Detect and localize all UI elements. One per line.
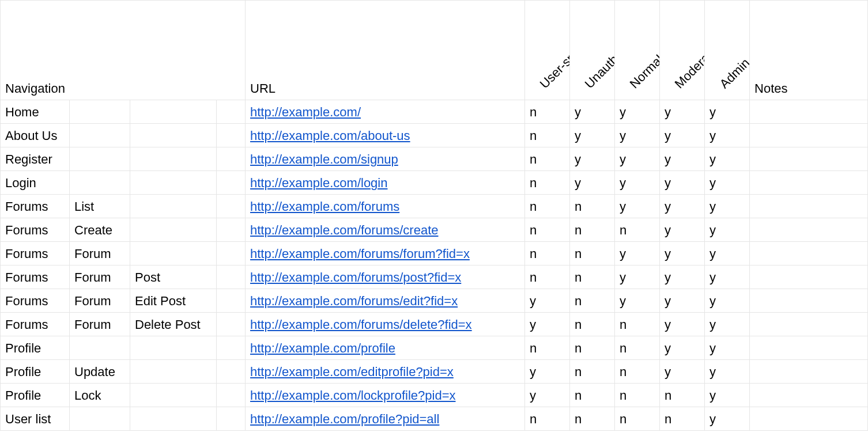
nav-cell: [130, 242, 217, 265]
flag-cell: n: [525, 100, 570, 124]
flag-cell: n: [660, 407, 705, 431]
nav-cell: Forums: [1, 265, 70, 289]
flag-cell: n: [525, 407, 570, 431]
flag-cell: y: [660, 313, 705, 336]
flag-cell: n: [570, 407, 615, 431]
nav-cell: [130, 171, 217, 195]
flag-cell: y: [570, 171, 615, 195]
nav-cell: Update: [70, 360, 130, 384]
nav-cell: List: [70, 195, 130, 218]
notes-cell: [750, 384, 868, 407]
flag-cell: n: [570, 384, 615, 407]
url-cell: http://example.com/profile?pid=all: [246, 407, 525, 431]
flag-cell: y: [660, 242, 705, 265]
table-row: Homehttp://example.com/nyyyy: [1, 100, 868, 124]
flag-cell: y: [660, 336, 705, 360]
nav-cell: [217, 336, 246, 360]
table-body: Homehttp://example.com/nyyyyAbout Ushttp…: [1, 100, 868, 431]
url-link[interactable]: http://example.com/forums/edit?fid=x: [250, 294, 458, 308]
url-cell: http://example.com/lockprofile?pid=x: [246, 384, 525, 407]
flag-cell: y: [705, 147, 750, 171]
nav-cell: [217, 100, 246, 124]
flag-cell: n: [525, 242, 570, 265]
url-cell: http://example.com/: [246, 100, 525, 124]
flag-cell: y: [705, 407, 750, 431]
nav-cell: [130, 336, 217, 360]
table-row: About Ushttp://example.com/about-usnyyyy: [1, 124, 868, 147]
table-row: User listhttp://example.com/profile?pid=…: [1, 407, 868, 431]
flag-cell: n: [525, 195, 570, 218]
notes-cell: [750, 313, 868, 336]
nav-cell: [217, 242, 246, 265]
url-link[interactable]: http://example.com/forums: [250, 199, 399, 214]
flag-cell: y: [615, 289, 660, 313]
nav-cell: [217, 124, 246, 147]
url-link[interactable]: http://example.com/login: [250, 176, 387, 190]
nav-cell: [130, 124, 217, 147]
flag-cell: n: [615, 313, 660, 336]
notes-cell: [750, 242, 868, 265]
nav-cell: [130, 384, 217, 407]
flag-cell: n: [525, 218, 570, 242]
url-link[interactable]: http://example.com/forums/delete?fid=x: [250, 317, 472, 332]
flag-cell: n: [570, 218, 615, 242]
table-row: ForumsForumDelete Posthttp://example.com…: [1, 313, 868, 336]
flag-cell: y: [705, 195, 750, 218]
flag-cell: n: [570, 360, 615, 384]
flag-cell: y: [615, 265, 660, 289]
header-notes: Notes: [750, 1, 868, 100]
flag-cell: n: [570, 242, 615, 265]
flag-cell: n: [615, 218, 660, 242]
flag-cell: y: [615, 195, 660, 218]
table-row: ForumsListhttp://example.com/forumsnnyyy: [1, 195, 868, 218]
nav-cell: [130, 407, 217, 431]
url-link[interactable]: http://example.com/profile: [250, 341, 395, 355]
url-link[interactable]: http://example.com/lockprofile?pid=x: [250, 388, 455, 403]
url-cell: http://example.com/forums/create: [246, 218, 525, 242]
nav-cell: [130, 195, 217, 218]
nav-cell: [217, 265, 246, 289]
flag-cell: n: [615, 360, 660, 384]
flag-cell: n: [525, 171, 570, 195]
flag-cell: y: [705, 265, 750, 289]
flag-cell: y: [660, 360, 705, 384]
nav-cell: Lock: [70, 384, 130, 407]
nav-cell: Login: [1, 171, 70, 195]
flag-cell: y: [705, 171, 750, 195]
nav-cell: Forum: [70, 289, 130, 313]
url-link[interactable]: http://example.com/editprofile?pid=x: [250, 365, 454, 379]
url-link[interactable]: http://example.com/forums/forum?fid=x: [250, 246, 470, 261]
url-link[interactable]: http://example.com/about-us: [250, 128, 410, 143]
nav-cell: Profile: [1, 336, 70, 360]
nav-cell: Edit Post: [130, 289, 217, 313]
nav-cell: [70, 147, 130, 171]
flag-cell: n: [525, 147, 570, 171]
nav-cell: [70, 407, 130, 431]
flag-cell: y: [705, 124, 750, 147]
nav-cell: Post: [130, 265, 217, 289]
url-link[interactable]: http://example.com/signup: [250, 152, 398, 166]
url-link[interactable]: http://example.com/profile?pid=all: [250, 412, 439, 426]
url-cell: http://example.com/forums/edit?fid=x: [246, 289, 525, 313]
flag-cell: y: [660, 124, 705, 147]
flag-cell: y: [660, 100, 705, 124]
url-link[interactable]: http://example.com/forums/post?fid=x: [250, 270, 461, 285]
flag-cell: y: [705, 336, 750, 360]
flag-cell: y: [660, 195, 705, 218]
flag-cell: n: [525, 265, 570, 289]
nav-cell: [217, 313, 246, 336]
notes-cell: [750, 195, 868, 218]
nav-cell: [130, 218, 217, 242]
nav-cell: [70, 100, 130, 124]
header-row: Navigation URL User-specific? Unauthenti…: [1, 1, 868, 100]
nav-cell: [217, 289, 246, 313]
nav-cell: Home: [1, 100, 70, 124]
flag-cell: n: [570, 265, 615, 289]
table-row: Profilehttp://example.com/profilennnyy: [1, 336, 868, 360]
url-link[interactable]: http://example.com/: [250, 105, 361, 119]
header-normal-user: Normal user: [615, 1, 660, 100]
header-user-specific: User-specific?: [525, 1, 570, 100]
url-cell: http://example.com/about-us: [246, 124, 525, 147]
table-row: ForumsForumEdit Posthttp://example.com/f…: [1, 289, 868, 313]
url-link[interactable]: http://example.com/forums/create: [250, 223, 438, 237]
